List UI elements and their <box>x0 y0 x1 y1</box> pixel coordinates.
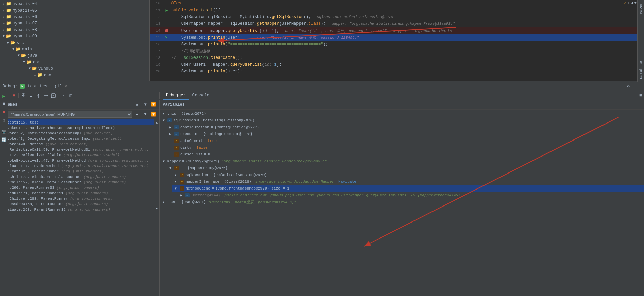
step-out-button[interactable] <box>35 92 42 99</box>
thread-selector[interactable]: ✓ *"main"@1 in group "main": RUNNING ▲ ▼… <box>0 110 159 119</box>
tree-item-dao[interactable]: ▶ 📁 dao <box>0 72 149 78</box>
folder-icon: 📁 <box>6 14 11 19</box>
var-row-dirty[interactable]: ▶ f dirty = false <box>167 144 644 151</box>
layout-icon[interactable]: ⊞ <box>637 92 644 99</box>
var-row-method-entry[interactable]: ▶ m {Method@4144} "public abstract com.y… <box>177 192 644 199</box>
frame-item-schedule[interactable]: schedule:71, ParentRunner$1 (org.junit.r… <box>0 191 154 196</box>
frames-filter-button[interactable]: 🔽 <box>150 101 157 108</box>
folder-icon: 📁 <box>6 1 11 6</box>
var-row-configuration[interactable]: ▶ m configuration = {Configuration@2977} <box>167 124 644 131</box>
tree-item-yunduo[interactable]: ▼ 📂 yunduo <box>0 65 149 72</box>
code-line-18: 18 // sqlSession.clearCache(); <box>150 54 644 61</box>
debug-label: Debug: <box>3 84 17 89</box>
expand-arrow: ▶ <box>34 73 36 77</box>
tree-item-java[interactable]: ▼ 📂 java <box>0 52 149 59</box>
tree-item-mybatis06[interactable]: ▶ 📁 mybatis-06 <box>0 14 149 20</box>
frame-item-runchild57[interactable]: runChild:57, BlockJUnit4ClassRunner (org… <box>0 180 154 185</box>
frame-item-invoke0[interactable]: invoke0:-1, NativeMethodAccessorImpl (su… <box>0 125 154 131</box>
frame-item-invoke62[interactable]: invoke:62, NativeMethodAccessorImpl (sun… <box>0 131 154 136</box>
frame-item-evaluate17[interactable]: evaluate:17, InvokeMethod (org.junit.int… <box>0 163 154 169</box>
var-row-mapperinterface[interactable]: ▶ f mapperInterface = {Class@2928} "inte… <box>172 178 644 185</box>
tree-item-mybatis05[interactable]: ▶ 📁 mybatis-05 <box>0 7 149 14</box>
frame-item-runchild78[interactable]: runChild:78, BlockJUnit4ClassRunner (org… <box>0 174 154 180</box>
var-row-executor[interactable]: ▶ m executor = {CachingExecutor@2978} <box>167 131 644 137</box>
frame-item-runchildren[interactable]: runChildren:288, ParentRunner (org.junit… <box>0 196 154 201</box>
var-row-h[interactable]: ▼ f h = {MapperProxy@2976} <box>167 165 644 171</box>
frames-thread-up[interactable]: ▲ <box>134 111 140 118</box>
frame-item-invokeexp[interactable]: invokeExplosively:47, FrameworkMethod (o… <box>0 158 154 163</box>
frames-thread-filter[interactable]: 🔽 <box>150 111 157 118</box>
project-tree[interactable]: ▶ 📁 mybatis-04 ▶ 📁 mybatis-05 ▶ 📁 mybati… <box>0 0 150 81</box>
scroll-up-icon[interactable]: ▲ <box>154 119 160 126</box>
left-pause-button[interactable]: ⏸ <box>1 101 7 108</box>
tree-item-src[interactable]: ▼ 📂 src <box>0 39 149 46</box>
tree-item-mybatis04[interactable]: ▶ 📁 mybatis-04 <box>0 1 149 7</box>
var-row-mapper[interactable]: ▼ mapper = {$Proxy26@2971} "org.apache.i… <box>160 158 644 165</box>
code-editor[interactable]: ⚠ 1 ▲ ▼ 10 @Test 11 ▶ <box>150 0 644 81</box>
run-gutter-icon: ▶ <box>165 8 168 13</box>
close-tab-icon[interactable]: ✕ <box>65 84 67 89</box>
tree-item-com[interactable]: ▼ 📂 com <box>0 59 149 65</box>
expand-arrow: ▶ <box>3 21 5 26</box>
tree-label: com <box>33 60 40 65</box>
frame-item-run12[interactable]: run:12, ReflectiveCallable (org.junit.ru… <box>0 152 154 158</box>
stop-icon[interactable]: ■ <box>10 92 17 99</box>
frame-item-invoke43[interactable]: invoke:43, DelegatingMethodAccessorImpl … <box>0 136 154 142</box>
frame-item-evaluate268[interactable]: evaluate:268, ParentRunner$2 (org.junit.… <box>0 207 154 212</box>
right-tabs: Debugger Console <box>160 92 216 100</box>
var-row-methodcache[interactable]: ▼ f methodCache = {ConcurrentHashMap@297… <box>172 185 644 192</box>
frame-item-test1[interactable]: ✓ test1:15, test <box>0 119 154 125</box>
tree-item-mybatis09[interactable]: ▼ 📂 mybatis-09 <box>0 33 149 39</box>
left-more-button[interactable]: ⚙ <box>1 117 7 124</box>
tree-label: mybatis-06 <box>13 15 37 19</box>
debug-tab-name[interactable]: test.test1 (1) <box>28 84 62 89</box>
settings-icon[interactable]: ⚙ <box>625 83 632 90</box>
frames-panel: Frames ▲ ▼ 🔽 ✓ *"main"@1 in group "main"… <box>0 100 160 296</box>
left-refresh-button[interactable]: 🔄 <box>1 136 7 143</box>
var-row-cursorlist[interactable]: ▶ f cursorList = = ... <box>167 151 644 158</box>
frame-item-runleaf[interactable]: runLeaf:325, ParentRunner (org.junit.run… <box>0 169 154 174</box>
var-row-sqlsession[interactable]: ▼ m sqlSession = {DefaultSqlSession@2970… <box>160 117 644 124</box>
minimize-icon[interactable]: ─ <box>634 83 641 90</box>
frames-thread-down[interactable]: ▼ <box>142 111 149 118</box>
maven-tab[interactable]: Maven <box>638 0 644 17</box>
navigate-link[interactable]: Navigate <box>338 180 356 184</box>
frame-item-access000[interactable]: access$000:58, ParentRunner (org.junit.r… <box>0 201 154 207</box>
var-icon-f2: f <box>174 146 179 150</box>
var-row-this[interactable]: ▶ this = {test@2972} <box>160 110 644 117</box>
code-line-12: 12 SqlSession sqlSession = MybatisUtils.… <box>150 14 644 20</box>
more-options-icon[interactable]: ⋮ <box>60 92 67 99</box>
variables-list[interactable]: ▶ this = {test@2972} ▼ m sqlSession = {D… <box>160 110 644 296</box>
frame-item-runreflective[interactable]: runReflectiveCall:50, FrameworkMethod$1 … <box>0 147 154 152</box>
left-resume-button[interactable]: ▶ <box>1 93 7 99</box>
run-to-cursor-button[interactable] <box>43 92 49 99</box>
left-camera-button[interactable]: 📷 <box>1 128 7 135</box>
code-line-13: 13 UserMapper mapper = sqlSession.getMap… <box>150 20 644 27</box>
step-into-button[interactable] <box>28 92 34 99</box>
var-row-user[interactable]: ▶ user = {User@3381} "User(id=1, name=星辰… <box>160 199 644 205</box>
left-stop-button[interactable]: ■ <box>1 109 7 116</box>
expand-arrow: ▶ <box>3 15 5 19</box>
frames-list[interactable]: ✓ test1:15, test invoke0:-1, NativeMetho… <box>0 119 159 296</box>
frames-down-button[interactable]: ▼ <box>142 101 149 108</box>
tree-item-mybatis08[interactable]: ▶ 📁 mybatis-08 <box>0 27 149 33</box>
left-toolbar-divider <box>1 126 7 126</box>
frames-up-button[interactable]: ▲ <box>134 101 140 108</box>
var-icon-m4: m <box>185 193 190 197</box>
expand-arrow: ▼ <box>12 47 14 51</box>
step-over-button[interactable] <box>20 92 27 99</box>
scroll-down-icon[interactable]: ▼ <box>154 205 160 212</box>
tab-debugger[interactable]: Debugger <box>163 92 189 100</box>
evaluate-button[interactable]: = <box>50 92 57 99</box>
restore-icon[interactable]: ◫ <box>67 92 74 99</box>
tab-console[interactable]: Console <box>189 92 213 100</box>
tree-item-main[interactable]: ▼ 📂 main <box>0 46 149 52</box>
frame-item-invoke498[interactable]: invoke:498, Method (java.lang.reflect) <box>0 142 154 147</box>
frames-header: Frames ▲ ▼ 🔽 <box>0 100 159 110</box>
database-tab[interactable]: Database <box>638 58 644 82</box>
thread-select[interactable]: *"main"@1 in group "main": RUNNING <box>6 111 132 118</box>
tree-item-mybatis07[interactable]: ▶ 📁 mybatis-07 <box>0 20 149 27</box>
var-row-sqlsession2[interactable]: ▶ f sqlSession = {DefaultSqlSession@2970… <box>172 171 644 178</box>
var-row-autocommit[interactable]: ▶ f autoCommit = true <box>167 137 644 144</box>
frame-item-run290[interactable]: run:290, ParentRunner$3 (org.junit.runne… <box>0 185 154 191</box>
